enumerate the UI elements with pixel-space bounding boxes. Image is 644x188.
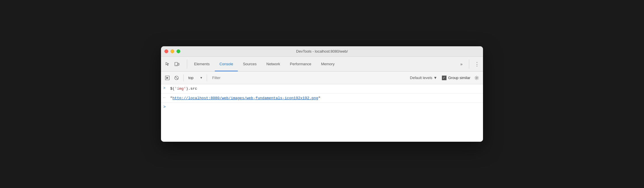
device-icon-button[interactable] bbox=[172, 60, 181, 68]
tabs-container: Elements Console Sources Network Perform… bbox=[189, 57, 339, 71]
quote-open: " bbox=[170, 96, 172, 100]
default-levels-arrow-icon: ▼ bbox=[434, 76, 437, 80]
tab-elements[interactable]: Elements bbox=[189, 57, 214, 71]
tab-sources[interactable]: Sources bbox=[238, 57, 261, 71]
traffic-lights bbox=[164, 49, 180, 53]
tab-memory[interactable]: Memory bbox=[317, 57, 339, 71]
checkbox-checked-icon: ✓ bbox=[442, 76, 446, 80]
output-link[interactable]: http://localhost:8080/web/images/web-fun… bbox=[172, 96, 318, 100]
settings-button[interactable] bbox=[473, 74, 481, 82]
filter-input[interactable] bbox=[212, 74, 404, 81]
filter-wrapper bbox=[212, 74, 404, 81]
output-arrow-icon: ← bbox=[163, 96, 168, 100]
cursor-prompt-icon: > bbox=[163, 105, 166, 109]
svg-marker-4 bbox=[166, 77, 168, 79]
console-toolbar: top ▼ Default levels ▼ ✓ Group similar bbox=[161, 72, 483, 84]
input-arrow-icon: > bbox=[163, 86, 168, 90]
close-button[interactable] bbox=[164, 49, 168, 53]
group-similar-checkbox[interactable]: ✓ Group similar bbox=[442, 76, 470, 80]
more-tabs-button[interactable]: » bbox=[457, 60, 465, 68]
menu-button[interactable]: ⋮ bbox=[473, 60, 481, 68]
toolbar-separator-1 bbox=[183, 74, 184, 81]
console-output: > $('img').src ← "http://localhost:8080/… bbox=[161, 84, 483, 142]
console-row-input: > $('img').src bbox=[161, 84, 483, 94]
console-output-text: "http://localhost:8080/web/images/web-fu… bbox=[170, 95, 480, 101]
tab-performance[interactable]: Performance bbox=[285, 57, 316, 71]
execute-context-button[interactable] bbox=[163, 74, 171, 82]
console-cursor-row[interactable]: > bbox=[161, 103, 483, 113]
svg-rect-1 bbox=[178, 63, 179, 65]
code-part-open: $( bbox=[170, 87, 175, 91]
context-select-input[interactable]: top bbox=[187, 74, 204, 81]
maximize-button[interactable] bbox=[177, 49, 180, 53]
tabs-right-controls: » ⋮ bbox=[457, 60, 481, 69]
clear-console-button[interactable] bbox=[172, 74, 181, 82]
tab-network[interactable]: Network bbox=[262, 57, 285, 71]
default-levels-button[interactable]: Default levels ▼ bbox=[408, 74, 440, 81]
toolbar-icons bbox=[163, 60, 181, 68]
code-part-close: ).src bbox=[186, 87, 197, 91]
toolbar-separator bbox=[187, 60, 187, 69]
console-row-output: ← "http://localhost:8080/web/images/web-… bbox=[161, 94, 483, 103]
inspect-icon-button[interactable] bbox=[163, 60, 172, 68]
devtools-window: DevTools - localhost:8080/web/ bbox=[161, 46, 483, 142]
code-part-string: 'img' bbox=[175, 87, 186, 91]
minimize-button[interactable] bbox=[170, 49, 174, 53]
tab-console[interactable]: Console bbox=[215, 57, 238, 71]
context-selector[interactable]: top ▼ bbox=[187, 74, 204, 81]
svg-line-6 bbox=[175, 76, 178, 79]
toolbar-separator-2 bbox=[207, 74, 207, 81]
tabs-bar: Elements Console Sources Network Perform… bbox=[161, 57, 483, 72]
window-title: DevTools - localhost:8080/web/ bbox=[296, 49, 348, 53]
quote-close: " bbox=[318, 96, 321, 100]
svg-point-7 bbox=[476, 77, 478, 78]
console-input-text: $('img').src bbox=[170, 86, 480, 92]
title-bar: DevTools - localhost:8080/web/ bbox=[161, 46, 483, 57]
right-separator bbox=[469, 60, 469, 69]
